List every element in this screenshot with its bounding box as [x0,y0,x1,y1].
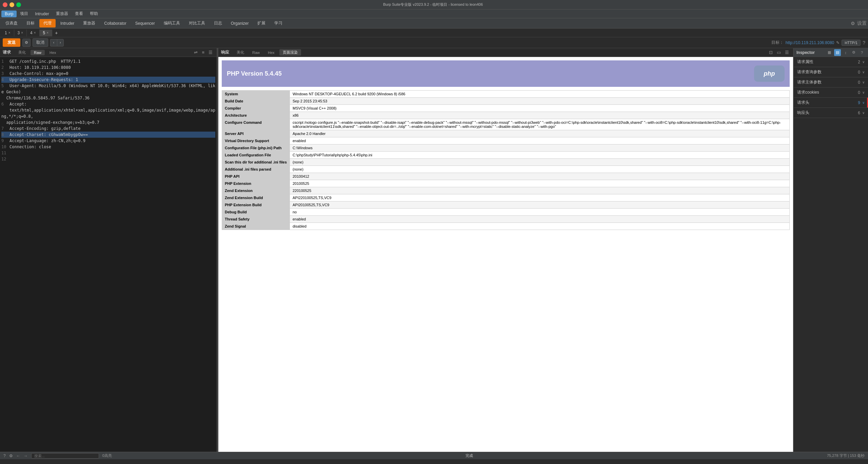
inspector-section-cookies[interactable]: 请求cookies 0 ∨ [794,88,868,98]
settings-icon[interactable]: ⚙ [851,21,855,26]
menubar: Burp 项目 Intruder 重放器 查看 帮助 [0,9,868,18]
status-search-input[interactable] [31,453,99,459]
phpinfo-table: SystemWindows NT DESKTOP-4GEUECL 6.2 bui… [222,90,790,230]
table-row: Zend Signaldisabled [222,223,790,230]
nav-target[interactable]: 目标 [22,19,39,27]
close-tab-1[interactable]: × [8,31,11,35]
request-line-10: 10Connection: close [1,144,215,150]
count-cookies: 0 [858,90,860,95]
status-help-icon[interactable]: ? [3,453,6,458]
nav-proxy[interactable]: 代理 [39,19,56,27]
expand-query-params: ∨ [862,70,865,74]
response-tab-pretty[interactable]: 美化 [233,49,248,56]
nav-encoder[interactable]: 编码工具 [160,19,184,27]
menu-intruder[interactable]: Intruder [32,11,52,17]
table-row: Build DateSep 2 2015 23:45:53 [222,98,790,105]
settings-label[interactable]: 设置 [857,20,867,26]
inspector-section-request-headers[interactable]: 请求头 9 ∨ [794,98,868,108]
request-tab-pretty[interactable]: 美化 [15,49,29,56]
response-menu-icon[interactable]: ☰ [784,49,790,56]
request-line-11: 11 [1,150,215,156]
menu-project[interactable]: 项目 [17,10,32,18]
inspector-sort-btn[interactable]: ↕ [842,49,849,56]
table-row: Additional .ini files parsed(none) [222,166,790,173]
inspector-section-query-params[interactable]: 请求查询参数 0 ∨ [794,67,868,77]
inspector-section-response-headers[interactable]: 响应头 6 ∨ [794,108,868,118]
close-tab-5[interactable]: × [46,31,48,35]
nav-repeater[interactable]: 重放器 [79,19,99,27]
response-tab-render[interactable]: 页面渲染 [279,49,301,56]
table-row: Configuration File (php.ini) PathC:\Wind… [222,144,790,152]
table-row: Loaded Configuration FileC:\phpStudy\PHP… [222,152,790,159]
nav-sequencer[interactable]: Sequencer [131,20,159,27]
menu-help[interactable]: 帮助 [86,10,101,18]
response-tab-hex[interactable]: Hex [264,50,278,55]
repeater-tab-3[interactable]: 3 × [14,30,27,36]
table-row: Architecturex86 [222,112,790,119]
request-menu-icon[interactable]: ☰ [207,49,214,56]
response-icon-2[interactable]: ▭ [775,49,782,56]
nav-organizer[interactable]: Organizer [227,20,253,27]
settings-icon-btn[interactable]: ⚙ [22,39,31,47]
menu-repeater[interactable]: 重放器 [53,10,72,18]
nav-forward-button[interactable]: › [57,39,64,46]
maximize-button[interactable]: □ [16,2,21,7]
section-label-response-headers: 响应头 [797,110,809,116]
request-panel-title: 请求 [3,50,11,55]
request-wrap-icon[interactable]: ⇌ [193,49,199,56]
help-icon[interactable]: ? [863,40,865,45]
close-button[interactable]: × [3,2,7,7]
nav-logger[interactable]: 日志 [210,19,226,27]
inspector-view-btn-1[interactable]: ▦ [826,49,833,56]
nav-extensions[interactable]: 扩展 [253,19,270,27]
response-tab-raw[interactable]: Raw [249,50,263,55]
request-line-6b: text/html,application/xhtml+xml,applicat… [1,107,215,125]
nav-intruder[interactable]: Intruder [56,20,78,27]
status-back-icon[interactable]: ← [16,453,20,458]
section-label-body-params: 请求主体参数 [797,79,822,85]
close-tab-3[interactable]: × [21,31,23,35]
repeater-tab-5[interactable]: 5 × [40,30,53,36]
cancel-button[interactable]: 取消 [33,38,48,47]
request-line-5: 5User-Agent: Mozilla/5.0 (Windows NT 10.… [1,83,215,101]
toolbar: 发送 ⚙ 取消 ‹ › 目标： http://10.119.211.106:80… [0,37,868,48]
minimize-button[interactable]: − [9,2,14,7]
inspector-section-body-params[interactable]: 请求主体参数 0 ∨ [794,77,868,88]
send-button[interactable]: 发送 [3,38,20,47]
request-tab-hex[interactable]: Hex [46,50,60,55]
target-display: 目标： http://10.119.211.106:8080 ✎ [771,40,840,45]
request-line-4: 4Upgrade-Insecure-Requests: 1 [1,77,215,83]
count-response-headers: 6 [858,111,860,115]
table-row: CompilerMSVC9 (Visual C++ 2008) [222,105,790,112]
status-forward-icon[interactable]: → [24,453,28,458]
inspector-settings-btn[interactable]: ⚙ [850,49,857,56]
nav-dashboard[interactable]: 仪表盘 [1,19,22,27]
main-area: 请求 美化 Raw Hex ⇌ ≡ ☰ 1GET /config.inc.php… [0,48,868,452]
section-label-cookies: 请求cookies [797,90,819,95]
http-version-selector[interactable]: HTTP/1 [842,40,861,46]
repeater-tabs: 1 × 3 × 4 × 5 × + [0,28,868,37]
inspector-view-btn-2[interactable]: ▤ [834,49,841,56]
inspector-section-request-attrs[interactable]: 请求属性 2 ∨ [794,57,868,67]
section-label-request-headers: 请求头 [797,100,809,105]
inspector-help-btn[interactable]: ? [859,49,865,56]
status-settings-icon[interactable]: ⚙ [9,453,13,458]
nav-collaborator[interactable]: Collaborator [100,20,130,27]
request-tab-raw[interactable]: Raw [31,50,45,55]
menu-burp[interactable]: Burp [1,11,17,17]
repeater-tab-1[interactable]: 1 × [1,30,14,36]
request-line-8: 8Accept-Charset: cGhwaW5mbygpOw== [1,132,215,138]
response-icon-1[interactable]: ⊡ [768,49,774,56]
request-lines-icon[interactable]: ≡ [200,49,206,56]
add-tab-button[interactable]: + [52,29,60,37]
table-row: Scan this dir for additional .ini files(… [222,159,790,166]
menu-view[interactable]: 查看 [72,10,86,18]
nav-back-button[interactable]: ‹ [50,39,57,46]
close-tab-4[interactable]: × [34,31,36,35]
repeater-tab-4[interactable]: 4 × [27,30,40,36]
inspector-header: Inspector ▦ ▤ ↕ ⚙ ? [794,48,868,57]
phpinfo-version: PHP Version 5.4.45 [227,70,282,77]
nav-comparer[interactable]: 对比工具 [185,19,209,27]
nav-learn[interactable]: 学习 [270,19,287,27]
edit-target-icon[interactable]: ✎ [836,40,840,45]
